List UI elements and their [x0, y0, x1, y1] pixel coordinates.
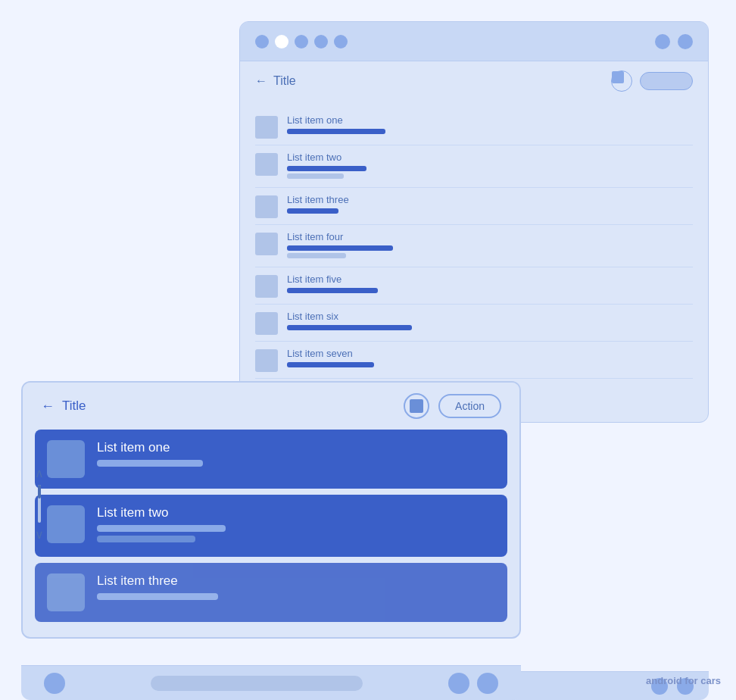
item-title: List item seven: [287, 348, 693, 359]
item-thumbnail: [255, 275, 278, 298]
dot-4: [314, 35, 328, 48]
item-bar-primary: [287, 245, 393, 251]
front-appbar: ← Title Action: [23, 383, 519, 430]
item-thumbnail: [255, 233, 278, 255]
back-arrow-icon[interactable]: ←: [255, 74, 267, 88]
bottom-circles: [448, 673, 498, 694]
item-content: List item seven: [287, 348, 693, 370]
list-item[interactable]: List item three: [255, 188, 693, 225]
item-thumbnail: [47, 440, 85, 478]
list-item[interactable]: List item two: [35, 495, 507, 557]
back-window: ← Title List item one List item two: [239, 21, 709, 423]
front-bottom-bar: [21, 665, 521, 700]
item-bar-primary: [97, 460, 203, 467]
item-title: List item one: [97, 440, 495, 455]
front-appbar-left: ← Title: [41, 398, 86, 414]
scroll-thumb: [38, 485, 41, 498]
item-content: List item two: [287, 152, 693, 181]
item-bar-primary: [287, 129, 385, 134]
back-appbar-right: [611, 70, 693, 92]
front-window: ← Title Action List item one List item t…: [21, 381, 521, 639]
dot-5: [334, 35, 348, 48]
back-action-button[interactable]: [640, 72, 693, 90]
back-appbar-left: ← Title: [255, 74, 296, 88]
item-bar-secondary: [287, 253, 346, 258]
list-item[interactable]: List item five: [255, 267, 693, 305]
list-item[interactable]: List item two: [255, 145, 693, 188]
item-content: List item three: [287, 194, 693, 216]
scroll-track: [38, 485, 41, 523]
item-bar-primary: [97, 593, 218, 600]
watermark-text: android for cars: [646, 675, 721, 686]
item-thumbnail: [255, 312, 278, 335]
item-title: List item one: [287, 114, 693, 126]
item-content: List item five: [287, 273, 693, 295]
item-thumbnail: [255, 349, 278, 372]
back-appbar-title: Title: [273, 74, 296, 88]
item-bar-primary: [287, 325, 412, 330]
item-bar-primary: [287, 362, 374, 367]
item-thumbnail: [255, 195, 278, 218]
back-appbar: ← Title: [240, 61, 708, 101]
bottom-circle-3: [477, 673, 498, 694]
front-icon-button[interactable]: [404, 393, 429, 419]
list-item[interactable]: List item one: [255, 108, 693, 145]
front-appbar-right: Action: [404, 393, 501, 419]
list-item[interactable]: List item seven: [255, 342, 693, 379]
item-content: List item three: [97, 573, 495, 604]
window-dots: [255, 35, 348, 48]
front-square-icon: [410, 399, 423, 413]
back-icon-button[interactable]: [611, 70, 632, 92]
list-item[interactable]: List item four: [255, 225, 693, 267]
back-list: List item one List item two List item th…: [240, 101, 708, 386]
front-back-arrow-icon[interactable]: ←: [41, 398, 55, 414]
item-content: List item four: [287, 231, 693, 261]
list-item[interactable]: List item one: [35, 430, 507, 489]
item-title: List item six: [287, 311, 693, 322]
right-dot-1: [655, 34, 670, 49]
item-content: List item one: [97, 440, 495, 470]
front-appbar-title: Title: [62, 398, 86, 414]
bottom-pill: [151, 676, 363, 691]
list-item[interactable]: List item six: [255, 305, 693, 342]
list-item[interactable]: List item three: [35, 563, 507, 622]
scroll-indicator: ∧ ∨: [35, 466, 44, 542]
dot-3: [295, 35, 308, 48]
right-dot-2: [678, 34, 693, 49]
item-thumbnail: [255, 153, 278, 176]
item-title: List item three: [97, 573, 495, 589]
square-icon: [612, 71, 624, 83]
item-bar-primary: [287, 166, 366, 171]
item-content: List item one: [287, 114, 693, 136]
front-list: List item one List item two List item th…: [23, 430, 519, 628]
front-action-button[interactable]: Action: [438, 394, 501, 418]
item-thumbnail: [47, 573, 85, 611]
dot-1: [255, 35, 269, 48]
back-title-bar: [240, 22, 708, 61]
item-content: List item two: [97, 505, 495, 546]
item-bar-primary: [287, 208, 338, 214]
item-title: List item three: [287, 194, 693, 205]
item-bar-secondary: [97, 536, 195, 542]
item-thumbnail: [255, 116, 278, 139]
item-bar-primary: [287, 288, 378, 293]
dot-2: [275, 35, 288, 48]
bottom-circle-2: [448, 673, 469, 694]
item-bar-primary: [97, 525, 226, 532]
item-title: List item two: [97, 505, 495, 520]
item-content: List item six: [287, 311, 693, 333]
bottom-circle: [44, 673, 65, 694]
chevron-up-icon[interactable]: ∧: [35, 466, 44, 480]
item-bar-secondary: [287, 173, 344, 179]
item-title: List item two: [287, 152, 693, 163]
chevron-down-icon[interactable]: ∨: [35, 527, 44, 542]
watermark: android for cars: [646, 675, 721, 686]
item-title: List item five: [287, 273, 693, 285]
right-controls: [655, 34, 693, 49]
item-thumbnail: [47, 505, 85, 543]
item-title: List item four: [287, 231, 693, 242]
